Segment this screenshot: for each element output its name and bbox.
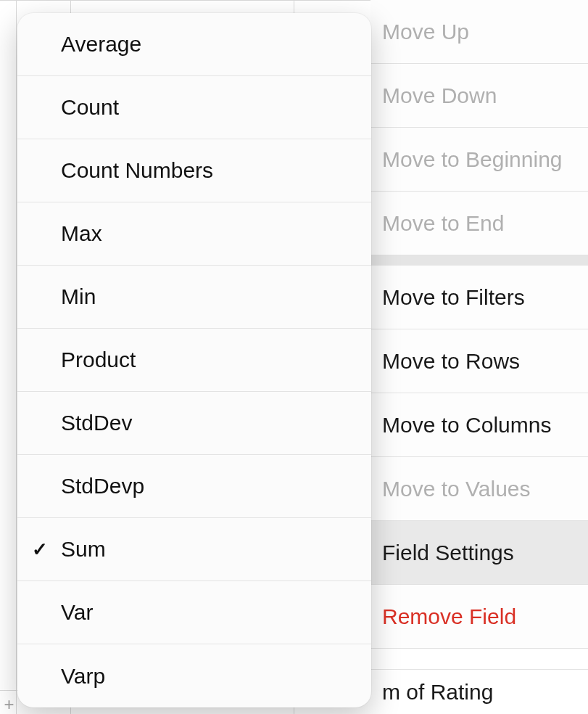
context-menu-item-label: Move to Filters <box>382 285 525 310</box>
summarize-option-label: StdDevp <box>61 474 144 498</box>
context-menu-item-label: Move to Beginning <box>382 147 563 172</box>
summarize-option-stddev[interactable]: StdDev <box>17 392 371 455</box>
context-menu-item-label: Move to End <box>382 211 504 236</box>
summarize-option-label: Var <box>61 600 93 625</box>
summarize-option-label: StdDev <box>61 411 132 435</box>
summarize-option-stddevp[interactable]: StdDevp <box>17 455 371 518</box>
context-menu-item-move-rows[interactable]: Move to Rows <box>370 329 588 393</box>
summarize-option-min[interactable]: Min <box>17 266 371 329</box>
summarize-option-label: Max <box>61 221 102 246</box>
context-menu-item-label: Move to Columns <box>382 413 551 438</box>
context-menu-item-move-beginning: Move to Beginning <box>370 128 588 192</box>
context-menu-item-move-down: Move Down <box>370 64 588 128</box>
summarize-option-label: Product <box>61 348 136 372</box>
summarize-option-count[interactable]: Count <box>17 76 371 139</box>
summarize-option-label: Varp <box>61 664 105 689</box>
summarize-option-average[interactable]: Average <box>17 13 371 76</box>
summarize-option-label: Count <box>61 95 119 120</box>
checkmark-icon: ✓ <box>32 538 48 561</box>
context-menu-item-move-up: Move Up <box>370 0 588 64</box>
summarize-option-label: Count Numbers <box>61 158 213 183</box>
context-menu-item-label: Remove Field <box>382 604 516 629</box>
context-menu-item-remove-field[interactable]: Remove Field <box>370 585 588 649</box>
context-menu-item-label: Field Settings <box>382 541 514 565</box>
summarize-option-label: Min <box>61 284 96 309</box>
summarize-option-max[interactable]: Max <box>17 202 371 266</box>
summarize-option-sum[interactable]: ✓Sum <box>17 518 371 581</box>
context-menu-item-label: Move to Values <box>382 477 531 501</box>
summarize-by-popup: AverageCountCount NumbersMaxMinProductSt… <box>17 13 371 707</box>
summarize-option-varp[interactable]: Varp <box>17 644 371 707</box>
summarize-option-var[interactable]: Var <box>17 581 371 644</box>
value-field-label[interactable]: m of Rating <box>370 669 588 714</box>
context-menu-item-move-columns[interactable]: Move to Columns <box>370 393 588 457</box>
context-menu-separator <box>370 255 588 266</box>
summarize-option-product[interactable]: Product <box>17 329 371 392</box>
context-menu-item-label: Move Up <box>382 20 469 44</box>
summarize-option-label: Average <box>61 32 141 57</box>
summarize-option-count-numbers[interactable]: Count Numbers <box>17 139 371 202</box>
context-menu-item-move-values: Move to Values <box>370 457 588 521</box>
field-context-menu: Move UpMove DownMove to BeginningMove to… <box>370 0 588 649</box>
summarize-option-label: Sum <box>61 537 106 562</box>
context-menu-item-move-end: Move to End <box>370 192 588 255</box>
context-menu-item-label: Move to Rows <box>382 349 520 374</box>
context-menu-item-label: Move Down <box>382 83 497 108</box>
context-menu-item-move-filters[interactable]: Move to Filters <box>370 266 588 329</box>
add-sheet-icon[interactable]: + <box>0 696 18 714</box>
value-field-label-text: m of Rating <box>382 680 493 705</box>
context-menu-item-field-settings[interactable]: Field Settings <box>370 521 588 585</box>
